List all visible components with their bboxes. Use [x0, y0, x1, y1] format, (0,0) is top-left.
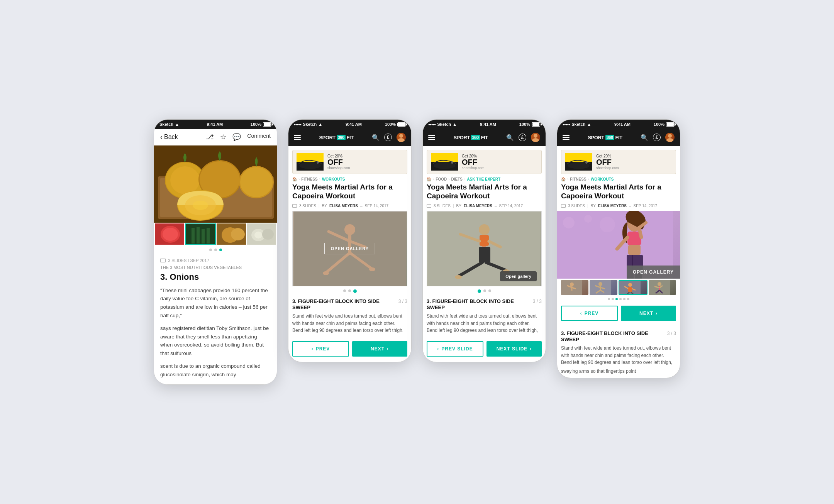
thumbnail-3[interactable] [217, 223, 246, 245]
thumbnail-4[interactable] [247, 223, 276, 245]
search-icon-2[interactable]: 🔍 [372, 134, 380, 141]
g4-dot-6[interactable] [627, 298, 629, 300]
g4-dot-1[interactable] [608, 298, 610, 300]
g4-dot-5[interactable] [623, 298, 626, 300]
svg-point-62 [666, 138, 673, 142]
slide-dot-2-2[interactable] [348, 289, 351, 292]
slide-num-row-3: 3. FIGURE-EIGHT BLOCK INTO SIDE SWEEP 3 … [427, 298, 542, 310]
article-title-4: Yoga Meets Martial Arts for a Capoeira W… [561, 183, 676, 201]
logo-360-3: 360 [471, 135, 480, 140]
slide-dot-3-3[interactable] [488, 289, 491, 292]
article-meta-3: 3 SLIDES | BY ELISA MEYERS – SEP 14, 201… [427, 204, 542, 208]
dot-1[interactable] [209, 249, 212, 251]
slide-counter-2: 3 / 3 [398, 299, 407, 304]
crumb-food-3[interactable]: FOOD [436, 177, 447, 181]
currency-btn-2[interactable]: £ [384, 134, 392, 141]
time-1: 9:41 AM [207, 122, 223, 127]
hamburger-menu-4[interactable] [563, 135, 570, 140]
prev-button-4[interactable]: ‹ PREV [561, 306, 618, 321]
hamburger-menu-2[interactable] [294, 135, 301, 140]
svg-point-43 [369, 267, 375, 271]
meta-slides-3: 3 SLIDES [434, 204, 451, 208]
home-icon-2: 🏠 [292, 177, 297, 181]
user-avatar-2[interactable] [397, 133, 406, 142]
hb-line-3 [563, 139, 570, 140]
currency-btn-3[interactable]: £ [519, 134, 526, 141]
logo-360-2: 360 [337, 135, 346, 140]
slide-dot-3-2[interactable] [353, 289, 357, 293]
wifi-icon-2: ▲ [318, 122, 322, 127]
back-button[interactable]: ‹ Back [160, 133, 178, 141]
ad-banner-2: Get 20% OFF shoeshop.com [292, 150, 407, 174]
chevron-left-icon-3: ‹ [437, 346, 439, 352]
crumb-workouts-2[interactable]: WORKOUTS [322, 177, 345, 181]
g4-dot-3-active[interactable] [615, 298, 618, 300]
avatar-svg-4 [665, 133, 675, 142]
svg-rect-21 [207, 228, 210, 244]
g4-dot-4[interactable] [619, 298, 622, 300]
meta-slides-2: 3 SLIDES [299, 204, 316, 208]
time-4: 9:41 AM [614, 122, 631, 127]
user-avatar-4[interactable] [665, 133, 675, 142]
slide-counter-3: 3 / 3 [533, 299, 542, 304]
slide-dot-2-3[interactable] [483, 289, 486, 292]
sport-logo-2: SPORT 360 FIT [319, 135, 353, 140]
next-button-2[interactable]: NEXT › [352, 341, 407, 357]
gallery-thumb-1-4[interactable] [561, 280, 588, 295]
slides-icon-1 [160, 259, 166, 262]
svg-rect-20 [202, 229, 205, 244]
logo-fit-2: FIT [347, 135, 354, 140]
user-avatar-3[interactable] [531, 133, 540, 142]
sport-logo-3: SPORT 360 FIT [453, 135, 488, 140]
comment-icon[interactable]: 💬 [232, 133, 241, 141]
search-icon-4[interactable]: 🔍 [641, 134, 648, 141]
g4-dot-2[interactable] [612, 298, 614, 300]
avatar-svg-2 [397, 133, 406, 142]
svg-rect-95 [628, 287, 632, 292]
open-gallery-button-4[interactable]: OPEN GALLERY [627, 266, 680, 279]
svg-point-13 [193, 201, 208, 210]
crumb-expert-3[interactable]: ASK THE EXPERT [467, 177, 500, 181]
next-slide-label-3: NEXT SLIDE [497, 346, 528, 352]
gallery-thumb-2-4[interactable] [590, 280, 617, 295]
crumb-fitness-2[interactable]: FITNESS [301, 177, 317, 181]
meta-dash-3: – [495, 204, 497, 208]
article-meta-2: 3 SLIDES | BY ELISA MEYERS – SEP 14, 201… [292, 204, 407, 208]
thumb-svg-4 [247, 223, 276, 245]
crumb-diets-3[interactable]: DIETS [451, 177, 463, 181]
article-body-3: scent is due to an organic compound call… [160, 362, 271, 379]
gallery-slide-3: Open gallery [427, 211, 542, 286]
svg-point-69 [584, 215, 592, 223]
open-gallery-button-2[interactable]: OPEN GALLERY [324, 243, 375, 254]
next-slide-button-3[interactable]: NEXT SLIDE › [486, 341, 542, 357]
comment-label[interactable]: Comment [247, 133, 271, 141]
prev-button-2[interactable]: ‹ PREV [292, 341, 349, 357]
thumbnail-1[interactable] [155, 223, 184, 245]
gallery-thumb-4-4[interactable] [649, 280, 676, 295]
slide-dot-1-2[interactable] [343, 289, 346, 292]
slide-dots-3 [423, 286, 546, 294]
svg-point-51 [479, 224, 490, 235]
dot-3-active[interactable] [219, 249, 222, 251]
logo-sport-2: SPORT [319, 135, 335, 140]
status-left-1: Sketch ▲ [159, 122, 179, 127]
gallery-thumb-3-4[interactable] [619, 280, 648, 295]
currency-btn-4[interactable]: £ [653, 134, 661, 141]
svg-rect-18 [192, 228, 195, 244]
crumb-fitness-4[interactable]: FITNESS [570, 177, 586, 181]
hamburger-menu-3[interactable] [428, 135, 435, 140]
share-icon[interactable]: ⎇ [206, 133, 214, 141]
sport-header-2: SPORT 360 FIT 🔍 £ [288, 129, 411, 146]
dot-2[interactable] [214, 249, 217, 251]
svg-point-28 [254, 232, 262, 238]
signal-dots-4: ●●●●● [563, 123, 570, 126]
meta-date-3: SEP 14, 2017 [499, 204, 523, 208]
prev-slide-button-3[interactable]: ‹ PREV SLIDE [427, 341, 483, 357]
open-gallery-float-button-3[interactable]: Open gallery [500, 271, 537, 281]
star-icon[interactable]: ☆ [220, 133, 226, 141]
crumb-workouts-4[interactable]: WORKOUTS [591, 177, 614, 181]
thumbnail-2[interactable] [185, 223, 216, 245]
next-button-4[interactable]: NEXT › [621, 306, 676, 321]
search-icon-3[interactable]: 🔍 [506, 134, 514, 141]
slide-dot-1-3[interactable] [478, 289, 481, 293]
